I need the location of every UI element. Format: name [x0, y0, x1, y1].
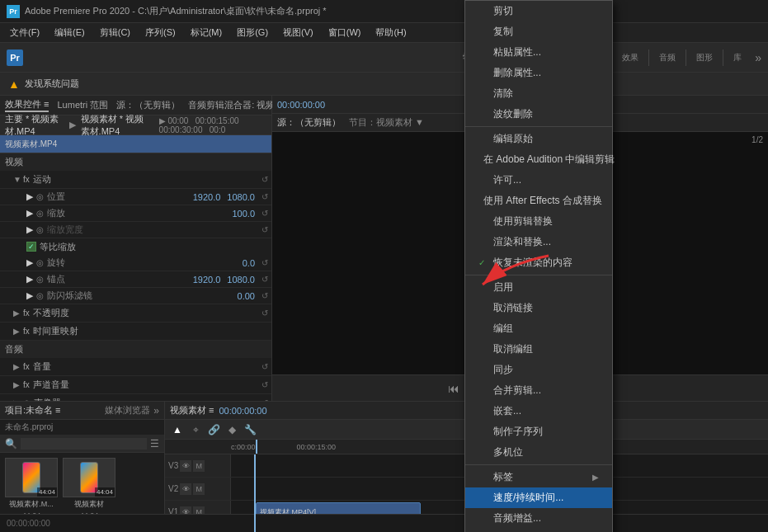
rotate-value[interactable]: 0.0 [243, 258, 255, 268]
track-eye-v3[interactable]: 👁 [180, 460, 191, 472]
ctx-render-replace[interactable]: 渲染和替换... [465, 232, 612, 252]
list-view-icon[interactable]: ☰ [150, 438, 159, 450]
position-y[interactable]: 1080.0 [227, 192, 255, 202]
ctx-sep2 [465, 275, 612, 275]
status-timecode: 00:00:00:00 [7, 519, 50, 528]
track-m-v3[interactable]: M [193, 460, 205, 472]
ctx-clear[interactable]: 清除 [465, 83, 612, 104]
track-eye-v2[interactable]: 👁 [180, 483, 191, 495]
ctx-paste-attr[interactable]: 粘贴属性... [465, 42, 612, 63]
warning-icon: ▲ [8, 78, 20, 91]
motion-reset-icon[interactable]: ↺ [261, 175, 268, 184]
ctx-ungroup[interactable]: 取消编组 [465, 339, 612, 360]
anchor-y[interactable]: 1080.0 [227, 275, 255, 285]
menu-edit[interactable]: 编辑(E) [48, 25, 92, 40]
bottom-layout: 项目:未命名 ≡ 媒体浏览器 » 未命名.prproj 🔍 ☰ 44:04 视频… [0, 401, 768, 532]
search-input[interactable] [21, 438, 147, 450]
effects-content: 视频素材.MP4 视频 ▼ fx 运动 ↺ ▶ ◎ 位置 1920.0 1080… [0, 135, 271, 401]
ctx-cut[interactable]: 剪切 [465, 1, 612, 21]
volume-reset-icon[interactable]: ↺ [261, 362, 268, 371]
playhead[interactable] [256, 440, 257, 454]
ctx-audio-channel[interactable]: 音频声道... [465, 529, 612, 532]
media-label-1: 视频素材.M... [9, 499, 54, 510]
ctx-speed-duration[interactable]: 速度/持续时间... [465, 487, 612, 508]
ctx-group[interactable]: 编组 [465, 318, 612, 339]
preview-rewind[interactable]: ⏮ [448, 382, 459, 395]
tab-lumetri[interactable]: Lumetri 范围 [57, 99, 108, 111]
track-name-v3: V3 [168, 461, 178, 470]
section-audio: 音频 [0, 341, 271, 358]
ctx-permit[interactable]: 许可... [465, 170, 612, 191]
menu-mark[interactable]: 标记(M) [184, 25, 229, 40]
link-tool[interactable]: 🔧 [243, 422, 257, 437]
ctx-copy[interactable]: 复制 [465, 21, 612, 42]
warning-text: 发现系统问题 [25, 78, 79, 90]
fx-motion-row: ▼ fx 运动 ↺ [0, 171, 271, 189]
ctx-audition[interactable]: 在 Adobe Audition 中编辑剪辑 [465, 149, 612, 170]
tab-effects-controls[interactable]: 效果控件 ≡ [5, 98, 49, 112]
ctx-replace-clip[interactable]: 使用剪辑替换 [465, 211, 612, 232]
ctx-sep1 [465, 126, 612, 127]
ctx-sub-sequence[interactable]: 制作子序列 [465, 421, 612, 442]
thumb-img-1[interactable]: 44:04 [5, 458, 58, 497]
scale-value[interactable]: 100.0 [232, 209, 255, 219]
menu-view[interactable]: 视图(V) [276, 25, 320, 40]
equal-scale-checkbox[interactable]: ✓ [26, 242, 36, 252]
menu-help[interactable]: 帮助(H) [369, 25, 412, 40]
source-tab[interactable]: 源：（无剪辑） [277, 116, 341, 129]
opacity-reset-icon[interactable]: ↺ [261, 308, 268, 318]
anchor-row: ▶ ◎ 锚点 1920.0 1080.0 ↺ [0, 271, 271, 288]
media-browser-tab[interactable]: 媒体浏览器 [105, 404, 150, 417]
ctx-merge[interactable]: 合并剪辑... [465, 380, 612, 401]
menu-bar: 文件(F) 编辑(E) 剪辑(C) 序列(S) 标记(M) 图形(G) 视图(V… [0, 23, 768, 43]
timeline-timecode[interactable]: 00:00:00:00 [219, 406, 266, 416]
ctx-multi-cam[interactable]: 多机位 [465, 442, 612, 463]
fx-volume-row: ▶ fx 音量 ↺ [0, 358, 271, 376]
breadcrumb-main[interactable]: 主要 * 视频素材.MP4 [5, 113, 64, 138]
project-title: 项目:未命名 ≡ [5, 404, 61, 417]
search-bar: 🔍 ☰ [0, 435, 164, 453]
ctx-enable[interactable]: 启用 [465, 277, 612, 298]
ctx-after-effects[interactable]: 使用 After Effects 合成替换 [465, 191, 612, 211]
panner-row: ▶ ◎ 声像器 ↺ [0, 394, 271, 401]
thumb-img-2[interactable]: 44:04 [63, 458, 115, 497]
ctx-remove-attr[interactable]: 删除属性... [465, 63, 612, 83]
razor-tool[interactable]: ⌖ [188, 422, 203, 437]
anchor-x[interactable]: 1920.0 [193, 275, 221, 285]
position-x[interactable]: 1920.0 [193, 192, 221, 202]
menu-sequence[interactable]: 序列(S) [139, 25, 182, 40]
position-row: ▶ ◎ 位置 1920.0 1080.0 ↺ [0, 189, 271, 205]
tab-source[interactable]: 源：（无剪辑） [116, 99, 180, 111]
ctx-edit-original[interactable]: 编辑原始 [465, 129, 612, 149]
breadcrumb-clip[interactable]: 视频素材 * 视频素材.MP4 [81, 113, 153, 138]
ctx-audio-gain[interactable]: 音频增益... [465, 508, 612, 529]
ctx-ripple-delete[interactable]: 波纹删除 [465, 104, 612, 125]
ctx-unlink[interactable]: 取消链接 [465, 298, 612, 318]
ctx-restore-unrendered[interactable]: ✓ 恢复未渲染的内容 [465, 252, 612, 273]
ctx-label[interactable]: 标签 ▶ [465, 467, 612, 487]
menu-file[interactable]: 文件(F) [3, 25, 46, 40]
track-controls-v2: 👁 M [180, 483, 205, 495]
main-timecode[interactable]: 00:00:00:00 [277, 100, 325, 110]
channelvol-reset-icon[interactable]: ↺ [261, 380, 268, 389]
marker-tool[interactable]: ◆ [224, 422, 239, 437]
toolbar-separator6 [723, 49, 723, 66]
equal-scale-row: ✓ 等比缩放 [0, 238, 271, 255]
panel-menu-icon[interactable]: » [153, 405, 159, 417]
menu-graphics[interactable]: 图形(G) [230, 25, 275, 40]
antiflicker-row: ▶ ◎ 防闪烁滤镜 0.00 ↺ [0, 288, 271, 304]
audition-label: 在 Adobe Audition 中编辑剪辑 [483, 153, 615, 167]
preview-counter: 1/2 [752, 135, 763, 144]
menu-window[interactable]: 窗口(W) [322, 25, 368, 40]
track-m-v2[interactable]: M [193, 483, 205, 495]
effects-control-panel: 效果控件 ≡ Lumetri 范围 源：（无剪辑） 音频剪辑混合器: 视频素材 … [0, 96, 272, 401]
panner-reset-icon[interactable]: ↺ [261, 398, 268, 401]
ctx-nest[interactable]: 嵌套... [465, 401, 612, 421]
select-tool[interactable]: ▲ [170, 422, 185, 437]
menu-clip[interactable]: 剪辑(C) [93, 25, 137, 40]
antiflicker-value[interactable]: 0.00 [238, 291, 255, 301]
program-tab[interactable]: 节目：视频素材 ▼ [349, 116, 424, 129]
project-header: 项目:未命名 ≡ 媒体浏览器 » [0, 402, 164, 420]
ctx-sync[interactable]: 同步 [465, 360, 612, 380]
magnet-icon[interactable]: 🔗 [206, 422, 221, 437]
